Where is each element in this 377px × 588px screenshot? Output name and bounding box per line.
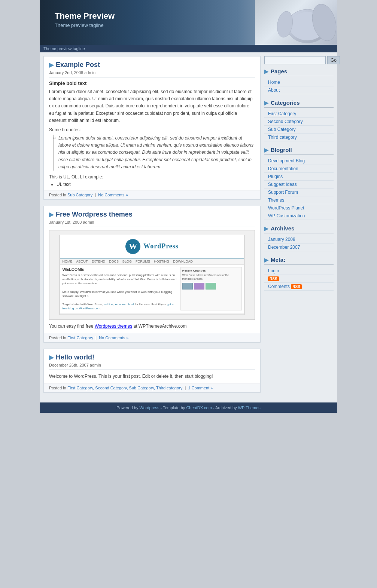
wp-content-main: WELCOME WordPress is a state-of-the-art …: [62, 267, 177, 311]
sidebar-link-docs[interactable]: Documentation: [264, 165, 334, 173]
site-tagline: Theme preview tagline: [55, 22, 115, 28]
post-footer-2: Posted in First Category | No Comments »: [44, 333, 260, 342]
sidebar-categories-title: ▶ Categories: [264, 99, 334, 108]
bquotes-label: Some b-quotes:: [49, 127, 255, 132]
post-meta-3: December 26th, 2007 admin: [49, 363, 255, 370]
post-title-1: ▶ Example Post: [49, 61, 255, 69]
footer-text: Powered by Wordpress - Template by Cheat…: [116, 405, 260, 410]
post-comments-link-2[interactable]: No Comments »: [99, 336, 128, 340]
post-title-2: ▶ Free Wordpress themes: [49, 211, 255, 218]
post-body-2: You can easy find free Wordpress themes …: [49, 323, 255, 330]
post-comments-link-3[interactable]: 1 Comment »: [188, 386, 213, 390]
wp-content-sidebar: Recent Changes WordPress admin interface…: [180, 267, 242, 311]
sidebar-section-categories: ▶ Categories First Category Second Categ…: [264, 99, 334, 141]
footer-wordpress-link[interactable]: Wordpress: [139, 405, 159, 410]
search-button[interactable]: Go: [327, 56, 340, 64]
sidebar-link-wp-planet[interactable]: WordPress Planet: [264, 204, 334, 212]
post-title-3: ▶ Hello world!: [49, 353, 255, 361]
post-arrow-icon-3: ▶: [49, 354, 54, 361]
sidebar-meta-title: ▶ Meta:: [264, 257, 334, 265]
sidebar-section-pages: ▶ Pages Home About: [264, 68, 334, 94]
sidebar-section-archives: ▶ Archives January 2008 December 2007: [264, 225, 334, 251]
meta-arrow-icon: ▶: [264, 257, 268, 263]
topbar: Theme preview tagline: [40, 45, 337, 52]
wp-logo-text: WordPress: [143, 242, 179, 250]
sidebar-section-blogroll: ▶ Blogroll Development Blog Documentatio…: [264, 147, 334, 220]
sidebar-search: Go: [264, 56, 334, 64]
sidebar-link-sub-cat[interactable]: Sub Category: [264, 126, 334, 134]
sidebar-link-comments-rss[interactable]: Comments RSS: [264, 283, 334, 291]
post-meta-1: January 2nd, 2008 admin: [49, 70, 255, 77]
wp-screenshot: W WordPress HOME ABOUT EXTEND DOCS BLOG …: [49, 230, 255, 320]
wp-screenshot-inner: W WordPress HOME ABOUT EXTEND DOCS BLOG …: [60, 235, 244, 315]
wp-content-area: WELCOME WordPress is a state-of-the-art …: [60, 265, 244, 313]
post-cats-link-3[interactable]: First Category, Second Category, Sub Cat…: [67, 386, 182, 390]
blockquote-1: Lorem ipsum dolor sit amet, consectetur …: [53, 135, 255, 171]
sidebar-link-second-cat[interactable]: Second Category: [264, 118, 334, 126]
blogroll-arrow-icon: ▶: [264, 147, 268, 153]
wp-footer-bar: READY TO BEGIN? » Download and Install »…: [60, 313, 244, 315]
sidebar-link-about[interactable]: About: [264, 86, 334, 94]
comments-rss-badge: RSS: [291, 284, 302, 289]
ul-ol-label: This is UL, OL, LI example:: [49, 174, 255, 180]
sidebar-pages-title: ▶ Pages: [264, 68, 334, 76]
sidebar-link-rss[interactable]: RSS: [264, 275, 334, 283]
post-cat-link-1[interactable]: Sub Category: [67, 193, 92, 197]
sidebar: Go ▶ Pages Home About ▶ Categories First…: [264, 56, 334, 399]
post-wp-themes: ▶ Free Wordpress themes January 1st, 200…: [43, 206, 261, 343]
archives-arrow-icon: ▶: [264, 226, 268, 232]
sidebar-link-third-cat[interactable]: Third category: [264, 134, 334, 141]
blockquote-text-1: Lorem ipsum dolor sit amet, consectetur …: [58, 135, 253, 169]
pages-arrow-icon: ▶: [264, 68, 268, 74]
site-title: Theme Preview: [55, 11, 115, 21]
post-title-text-1: Example Post: [56, 61, 100, 69]
site-header: Theme Preview Theme preview tagline: [40, 0, 337, 45]
main-content: ▶ Example Post January 2nd, 2008 admin S…: [43, 56, 261, 399]
wp-logo-area: W WordPress: [60, 235, 244, 258]
ul-item: UL text: [57, 182, 255, 187]
search-input[interactable]: [264, 56, 326, 64]
post-example: ▶ Example Post January 2nd, 2008 admin S…: [43, 56, 261, 200]
sidebar-link-dec2007[interactable]: December 2007: [264, 244, 334, 251]
sidebar-link-first-cat[interactable]: First Category: [264, 110, 334, 118]
wp-nav-bar: HOME ABOUT EXTEND DOCS BLOG FORUMS HOSTI…: [60, 258, 244, 265]
sidebar-blogroll-title: ▶ Blogroll: [264, 147, 334, 155]
sidebar-link-support[interactable]: Support Forum: [264, 189, 334, 196]
sidebar-section-meta: ▶ Meta: Login RSS Comments RSS: [264, 257, 334, 291]
wp-themes-link[interactable]: Wordpress themes: [95, 324, 132, 329]
post-meta-2: January 1st, 2008 admin: [49, 220, 255, 227]
post-footer-3: Posted in First Category, Second Categor…: [44, 383, 260, 392]
post-title-text-3: Hello world!: [56, 353, 94, 361]
footer-cheatdx-link[interactable]: CheatDX.com: [186, 405, 212, 410]
post-arrow-icon-2: ▶: [49, 211, 54, 218]
post-body-3: Welcome to WordPress. This is your first…: [49, 373, 255, 380]
rss-badge: RSS: [268, 276, 279, 281]
sidebar-link-home[interactable]: Home: [264, 79, 334, 86]
sidebar-link-jan2008[interactable]: January 2008: [264, 236, 334, 244]
categories-arrow-icon: ▶: [264, 100, 268, 106]
post-arrow-icon-1: ▶: [49, 61, 54, 68]
sidebar-link-login[interactable]: Login: [264, 267, 334, 275]
post-subtitle-1: Simple bold text: [49, 80, 255, 86]
sidebar-link-suggest[interactable]: Suggest Ideas: [264, 181, 334, 189]
topbar-tagline: Theme preview tagline: [43, 46, 85, 51]
content-area: ▶ Example Post January 2nd, 2008 admin S…: [43, 56, 334, 399]
sidebar-link-dev-blog[interactable]: Development Blog: [264, 157, 334, 165]
post-ul: UL text: [57, 182, 255, 187]
post-cat-link-2[interactable]: First Category: [67, 336, 93, 340]
post-comments-link-1[interactable]: No Comments »: [98, 193, 128, 197]
post-footer-1: Posted in Sub Category | No Comments »: [44, 190, 260, 199]
wp-logo-circle: W: [125, 239, 140, 254]
sidebar-link-wp-custom[interactable]: WP Customization: [264, 212, 334, 220]
post-body-1: Lorem ipsum dolor sit amet, consectetur …: [49, 88, 255, 124]
main-wrapper: ▶ Example Post January 2nd, 2008 admin S…: [40, 52, 337, 402]
sidebar-link-themes[interactable]: Themes: [264, 196, 334, 204]
site-footer: Powered by Wordpress - Template by Cheat…: [40, 402, 337, 413]
post-title-text-2: Free Wordpress themes: [56, 211, 133, 218]
sidebar-archives-title: ▶ Archives: [264, 225, 334, 233]
sidebar-link-plugins[interactable]: Plugins: [264, 173, 334, 181]
post-hello-world: ▶ Hello world! December 26th, 2007 admin…: [43, 349, 261, 393]
footer-wpthemes-link[interactable]: WP Themes: [238, 405, 261, 410]
header-image: [255, 0, 337, 45]
